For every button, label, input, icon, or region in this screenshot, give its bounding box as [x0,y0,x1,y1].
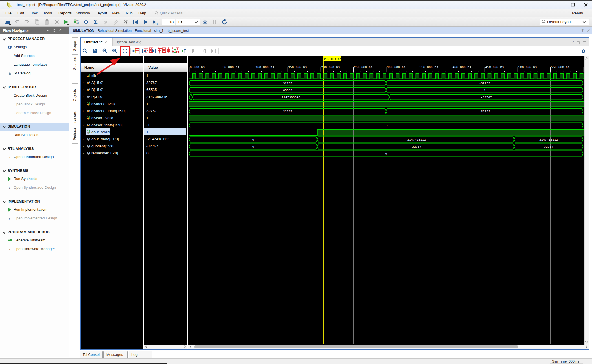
svg-text:32767: 32767 [283,82,292,85]
svg-text:-32767: -32767 [410,145,421,148]
svg-text:350.000 ns: 350.000 ns [420,66,438,69]
svg-text:300.000 ns: 300.000 ns [387,66,406,69]
svg-text:0: 0 [385,152,387,156]
svg-text:50.000 ns: 50.000 ns [223,66,239,69]
svg-text:-32767: -32767 [479,82,490,85]
svg-text:-1: -1 [384,124,388,127]
svg-text:0: 0 [252,145,254,148]
svg-text:250.000 ns: 250.000 ns [354,66,373,69]
svg-text:(T): (T) [155,23,158,25]
svg-text:01: 01 [76,20,79,22]
svg-text:65535: 65535 [283,89,292,92]
svg-text:205.004 ns: 205.004 ns [324,58,341,61]
svg-text:-32767: -32767 [481,96,492,99]
svg-text:-32767: -32767 [479,110,490,113]
svg-text:500.000 ns: 500.000 ns [518,66,537,69]
svg-text:400.000 ns: 400.000 ns [453,66,471,69]
svg-text:550.000 ns: 550.000 ns [551,66,570,69]
svg-text:2147385345: 2147385345 [282,96,300,99]
svg-text:32767: 32767 [283,110,292,113]
svg-text:450.000 ns: 450.000 ns [485,66,504,69]
svg-text:0.000 ns: 0.000 ns [190,66,205,69]
svg-text:32767: 32767 [544,145,553,148]
svg-text:-2147418112: -2147418112 [405,138,426,141]
svg-text:2147418112: 2147418112 [539,138,558,141]
svg-text:Σ: Σ [94,19,98,25]
svg-text:150.000 ns: 150.000 ns [288,66,307,69]
svg-text:200.000 ns: 200.000 ns [321,66,340,69]
svg-text:1: 1 [484,89,486,92]
svg-text:0: 0 [252,138,254,141]
svg-text:100.000 ns: 100.000 ns [256,66,274,69]
svg-text:10: 10 [76,22,79,24]
